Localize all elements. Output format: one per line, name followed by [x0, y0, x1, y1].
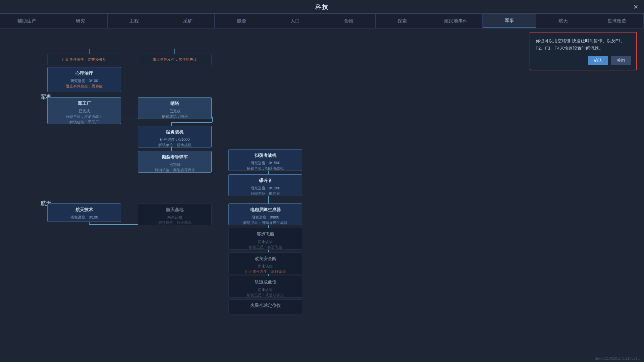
em-shield-progress: 研究进度：0/800 [232, 215, 299, 220]
splitter-missile-title: 撕裂者导弹车 [142, 154, 208, 161]
tab-food[interactable]: 食物 [322, 14, 376, 28]
blocked-defense-text: 阻止事件发生：防护屡失压 [51, 57, 117, 62]
node-military-factory[interactable]: 军工厂 已完成 解锁单位：巡逻者战车 解锁建筑：军工厂 [47, 97, 121, 124]
node-global-locator[interactable]: 火星全球定位仪 [228, 299, 302, 314]
safety-valve-title: 改良安全阀 [232, 255, 299, 262]
watchtower-status: 已完成 [142, 108, 208, 114]
tab-energy[interactable]: 能源 [215, 14, 268, 28]
tab-bar: 辅助生产 研究 工程 采矿 能源 人口 食物 探索 殖民地事件 军事 航天 星球… [0, 14, 644, 28]
tab-planet[interactable]: 星球改造 [590, 14, 644, 28]
em-shield-title: 电磁屏障生成器 [232, 206, 299, 213]
aerospace-tech-progress: 研究进度：0/100 [51, 215, 117, 220]
tab-engineering[interactable]: 工程 [108, 14, 161, 28]
tech-scroll[interactable]: 阻止事件发生：防护屡失压 阻止事件发生：居住舱失压 心理治疗 研究进度：0/10… [7, 32, 637, 358]
orbital-imager-status: 尚未认知 [232, 287, 299, 293]
safety-valve-status: 尚未认知 [232, 263, 299, 269]
node-splitter-missile[interactable]: 撕裂者导弹车 已完成 解锁单位：撕裂者导弹车 [138, 151, 212, 173]
watchtower-unlock: 解锁建筑：哨塔 [142, 114, 208, 119]
sweeper-fighter-title: 扫荡者战机 [232, 152, 299, 159]
node-watchtower[interactable]: 哨塔 已完成 解锁建筑：哨塔 [138, 97, 212, 119]
node-blocked-defense[interactable]: 阻止事件发生：防护屡失压 [47, 54, 121, 65]
sweeper-fighter-progress: 研究进度：0/1500 [232, 160, 299, 166]
tab-population[interactable]: 人口 [268, 14, 322, 28]
military-factory-status: 已完成 [51, 108, 117, 114]
node-crusher[interactable]: 碾碎者 研究进度：0/1200 解锁单位：碾碎者 [228, 174, 302, 196]
tab-assist[interactable]: 辅助生产 [0, 14, 54, 28]
aerospace-tech-title: 航天技术 [51, 206, 117, 213]
node-safety-valve[interactable]: 改良安全阀 尚未认知 阻止事件发生：燃料爆炸 [228, 252, 302, 274]
aerospace-base-title: 航天基地 [142, 206, 208, 213]
passenger-ship-unlock: 解锁卫星：客运飞船 [232, 244, 299, 250]
node-sweeper-fighter[interactable]: 扫荡者战机 研究进度：0/1500 解锁单位：扫荡者战机 [228, 149, 302, 171]
node-blocked-habitat[interactable]: 阻止事件发生：居住舱失压 [138, 54, 212, 65]
tab-mining[interactable]: 采矿 [161, 14, 215, 28]
predator-fighter-progress: 研究进度：0/1000 [142, 137, 208, 142]
node-mental-treatment[interactable]: 心理治疗 研究进度：0/100 阻止事件发生：思乡症 [47, 67, 121, 92]
predator-fighter-unlock: 解锁单位：猛禽战机 [142, 142, 208, 148]
crusher-progress: 研究进度：0/1200 [232, 185, 299, 191]
mental-treatment-progress: 研究进度：0/100 [51, 78, 117, 84]
node-em-shield[interactable]: 电磁屏障生成器 研究进度：0/800 解锁卫星：电磁屏障生成器 [228, 203, 302, 225]
tab-research[interactable]: 研究 [54, 14, 108, 28]
info-box-buttons: 确认 关闭 [536, 56, 631, 65]
tab-aerospace[interactable]: 航天 [536, 14, 590, 28]
info-box-text: 你也可以用空格键 快速让时间暂停、以及F1、F2、F3、F4来快速设置时间流速。 [536, 38, 625, 51]
orbital-imager-unlock: 解锁卫星：轨道成像仪 [232, 292, 299, 298]
mental-treatment-block: 阻止事件发生：思乡症 [51, 83, 117, 89]
node-aerospace-base[interactable]: 航天基地 尚未认知 解锁建筑：航天基地 [138, 203, 212, 225]
node-predator-fighter[interactable]: 猛禽战机 研究进度：0/1000 解锁单位：猛禽战机 [138, 126, 212, 147]
crusher-unlock: 解锁单位：碾碎者 [232, 191, 299, 196]
splitter-missile-status: 已完成 [142, 162, 208, 168]
info-box: 你也可以用空格键 快速让时间暂停、以及F1、F2、F3、F4来快速设置时间流速。… [530, 32, 637, 70]
crusher-title: 碾碎者 [232, 177, 299, 184]
info-close-button[interactable]: 关闭 [611, 56, 631, 65]
tab-colony[interactable]: 殖民地事件 [429, 14, 483, 28]
aerospace-base-status: 尚未认知 [142, 215, 208, 220]
passenger-ship-status: 尚未认知 [232, 239, 299, 245]
info-confirm-button[interactable]: 确认 [588, 56, 608, 65]
node-aerospace-tech[interactable]: 航天技术 研究进度：0/100 [47, 203, 121, 222]
mental-treatment-title: 心理治疗 [51, 70, 117, 77]
safety-valve-block: 阻止事件发生：燃料爆炸 [232, 269, 299, 275]
node-orbital-imager[interactable]: 轨道成像仪 尚未认知 解锁卫星：轨道成像仪 [228, 276, 302, 298]
global-locator-title: 火星全球定位仪 [232, 302, 299, 309]
blocked-habitat-text: 阻止事件发生：居住舱失压 [142, 57, 208, 62]
tab-explore[interactable]: 探索 [376, 14, 429, 28]
version-label: dev.0.210820.1, 0.210821.3 [595, 356, 641, 360]
content-area: 阻止事件发生：防护屡失压 阻止事件发生：居住舱失压 心理治疗 研究进度：0/10… [0, 28, 644, 362]
splitter-missile-unlock: 解锁单位：撕裂者导弹车 [142, 167, 208, 173]
sweeper-fighter-unlock: 解锁单位：扫荡者战机 [232, 166, 299, 171]
tab-military[interactable]: 军事 [483, 14, 536, 28]
watchtower-title: 哨塔 [142, 100, 208, 107]
passenger-ship-title: 客运飞船 [232, 231, 299, 238]
military-factory-unlock-unit: 解锁单位：巡逻者战车 [51, 114, 117, 119]
main-window: 科技 ✕ 辅助生产 研究 工程 采矿 能源 人口 食物 探索 殖民地事件 军事 … [0, 0, 644, 362]
window-title: 科技 [315, 3, 329, 11]
military-factory-unlock-building: 解锁建筑：军工厂 [51, 119, 117, 125]
aerospace-base-unlock: 解锁建筑：航天基地 [142, 220, 208, 226]
military-factory-title: 军工厂 [51, 100, 117, 107]
title-bar: 科技 ✕ [0, 0, 644, 14]
node-passenger-ship[interactable]: 客运飞船 尚未认知 解锁卫星：客运飞船 [228, 228, 302, 250]
predator-fighter-title: 猛禽战机 [142, 129, 208, 135]
orbital-imager-title: 轨道成像仪 [232, 279, 299, 286]
close-button[interactable]: ✕ [631, 2, 640, 12]
em-shield-unlock: 解锁卫星：电磁屏障生成器 [232, 220, 299, 226]
